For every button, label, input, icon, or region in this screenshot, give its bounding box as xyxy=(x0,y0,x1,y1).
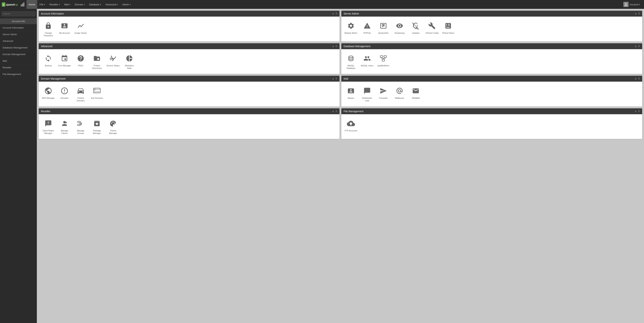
icon-phpinfo[interactable]: PHPInfo xyxy=(360,20,374,36)
icon-manage-groups[interactable]: Manage Groups xyxy=(73,117,88,136)
icon-phpmyadmin[interactable]: phpMyAdmin xyxy=(376,52,391,71)
icon-zpanel-news[interactable]: ZPanel News xyxy=(441,20,456,36)
icon-package-manager[interactable]: Package Manager xyxy=(90,117,104,136)
panel-body-mail: Aliases Distribution Lists Forwards xyxy=(341,82,642,106)
paper-plane-icon xyxy=(378,86,388,96)
label-phpmyadmin: phpMyAdmin xyxy=(378,64,389,67)
search-input[interactable] xyxy=(2,12,35,16)
panel-body-database-management: MySQL Database MySQL Users phpMyAdmin xyxy=(341,49,642,74)
icon-usage-viewer[interactable]: Usage Viewer xyxy=(73,20,88,38)
icon-my-account[interactable]: My Account xyxy=(57,20,72,38)
icon-sub-domains[interactable]: www Sub Domains xyxy=(90,84,104,104)
label-my-account: My Account xyxy=(59,32,70,34)
sidebar-item-reseller[interactable]: Reseller xyxy=(0,64,37,71)
label-updates: Updates xyxy=(412,32,420,34)
label-forwards: Forwards xyxy=(379,97,388,99)
account-menu[interactable]: Account ▾ xyxy=(623,0,642,9)
icon-mailboxes[interactable]: Mailboxes xyxy=(392,84,407,104)
nav-file[interactable]: File ▾ xyxy=(37,0,47,9)
sidebar-item-domain-management[interactable]: Domain Management xyxy=(0,51,37,58)
sidebar-item-file-management[interactable]: File Management xyxy=(0,71,37,78)
collapse-icon-domain-management[interactable]: ∧ xyxy=(332,77,334,80)
icon-protect-directories[interactable]: Protect Directories xyxy=(90,52,104,71)
icon-module-admin[interactable]: Module Admin xyxy=(344,20,358,36)
panel-body-domain-management: DNS Manager Domains Parked Domains xyxy=(39,82,340,106)
grid-icon-reseller[interactable]: ⠿ xyxy=(336,110,337,113)
nav-home[interactable]: Home xyxy=(26,0,38,9)
sidebar-item-database-management[interactable]: Database Management xyxy=(0,44,37,51)
collapse-icon-server-admin[interactable]: ∧ xyxy=(635,12,637,15)
label-ftp-accounts: FTP Accounts xyxy=(345,129,357,132)
wrench-icon xyxy=(427,21,437,30)
logo[interactable]: z zpanelcp xyxy=(2,2,18,7)
icon-theme-manager[interactable]: Theme Manager xyxy=(106,117,120,136)
sidebar-item-account-information[interactable]: Account Information xyxy=(0,24,37,31)
lock-icon xyxy=(44,21,53,30)
question-icon xyxy=(76,54,86,63)
grid-icon-domain-management[interactable]: ⠿ xyxy=(336,77,337,80)
icon-webalizer-stats[interactable]: Webalizer Stats xyxy=(122,52,137,71)
main-content: Account Information ∧ ⠿ Change Password xyxy=(37,9,644,323)
icon-domains[interactable]: Domains xyxy=(57,84,72,104)
icon-phpsysinfo[interactable]: phpSysInfo xyxy=(376,20,391,36)
nav-advanced[interactable]: Advanced ▾ xyxy=(103,0,120,9)
nav-reseller[interactable]: Reseller ▾ xyxy=(47,0,62,9)
icon-mysql-users[interactable]: MySQL Users xyxy=(360,52,374,71)
svg-rect-2 xyxy=(382,59,384,61)
top-navigation: z zpanelcp Home File ▾ Reseller ▾ Mail ▾… xyxy=(0,0,644,9)
logo-text: zpanelcp xyxy=(6,3,18,6)
collapse-icon-advanced[interactable]: ∧ xyxy=(332,45,334,48)
open-envelope-icon xyxy=(411,86,420,96)
label-change-password: Change Password xyxy=(42,32,55,37)
nav-mail[interactable]: Mail ▾ xyxy=(62,0,72,9)
package-icon xyxy=(92,119,102,128)
icon-faqs[interactable]: FAQ's xyxy=(73,52,88,71)
sidebar-account-info-btn[interactable]: Account Info xyxy=(0,18,37,24)
icon-change-password[interactable]: Change Password xyxy=(41,20,56,38)
sidebar-item-mail[interactable]: Mail xyxy=(0,58,37,64)
collapse-icon[interactable]: ∧ xyxy=(332,12,334,15)
icon-manage-clients[interactable]: Manage Clients xyxy=(57,117,72,136)
label-distribution-lists: Distribution Lists xyxy=(360,97,374,102)
nav-admin[interactable]: Admin ▾ xyxy=(120,0,133,9)
icon-parked-domains[interactable]: Parked Domains xyxy=(73,84,88,104)
icon-client-notice-manager[interactable]: Client Notice Manager xyxy=(41,117,56,136)
panel-body-server-admin: Module Admin PHPInfo phpSysInfo xyxy=(341,16,642,39)
grid-icon-server-admin[interactable]: ⠿ xyxy=(638,12,640,15)
icon-shadowing[interactable]: Shadowing xyxy=(392,20,407,36)
icon-zpanel-config[interactable]: ZPanel Config xyxy=(424,20,439,36)
sidebar-item-server-admin[interactable]: Server Admin xyxy=(0,31,37,38)
panel-title-advanced: Advanced xyxy=(41,45,52,48)
panel-body-advanced: Backup Cron Manager FAQ's xyxy=(39,49,340,74)
antenna-icon xyxy=(411,21,420,30)
grid-icon-advanced[interactable]: ⠿ xyxy=(336,45,337,48)
collapse-icon-mail[interactable]: ∧ xyxy=(635,77,637,80)
icon-distribution-lists[interactable]: Distribution Lists xyxy=(360,84,374,104)
panel-title-account-information: Account Information xyxy=(41,12,64,15)
collapse-icon-reseller[interactable]: ∧ xyxy=(332,110,334,113)
icon-dns-manager[interactable]: DNS Manager xyxy=(41,84,56,104)
warning-icon xyxy=(362,21,372,30)
icon-mysql-database[interactable]: MySQL Database xyxy=(344,52,358,71)
nav-database[interactable]: Database ▾ xyxy=(87,0,103,9)
icon-ftp-accounts[interactable]: FTP Accounts xyxy=(344,117,358,134)
icon-webmail[interactable]: WebMail xyxy=(408,84,423,104)
nav-account-label[interactable]: Account ▾ xyxy=(630,0,642,9)
sidebar-item-advanced[interactable]: Advanced xyxy=(0,38,37,44)
icon-service-status[interactable]: Service Status xyxy=(106,52,120,71)
icon-cron-manager[interactable]: Cron Manager xyxy=(57,52,72,71)
grid-icon-mail[interactable]: ⠿ xyxy=(638,77,640,80)
label-package-manager: Package Manager xyxy=(90,129,104,135)
collapse-icon-database-management[interactable]: ∧ xyxy=(635,45,637,48)
nav-domain[interactable]: Domain ▾ xyxy=(72,0,87,9)
grid-icon-file-management[interactable]: ⠿ xyxy=(638,110,640,113)
icon-backup[interactable]: Backup xyxy=(41,52,56,71)
collapse-icon-file-management[interactable]: ∧ xyxy=(635,110,637,113)
icon-aliases[interactable]: Aliases xyxy=(344,84,358,104)
icon-updates[interactable]: Updates xyxy=(408,20,423,36)
grid-icon-database-management[interactable]: ⠿ xyxy=(638,45,640,48)
icon-forwards[interactable]: Forwards xyxy=(376,84,391,104)
label-webalizer-stats: Webalizer Stats xyxy=(123,64,136,70)
panel-header-advanced: Advanced ∧ ⠿ xyxy=(39,43,340,49)
grid-icon[interactable]: ⠿ xyxy=(336,12,337,15)
